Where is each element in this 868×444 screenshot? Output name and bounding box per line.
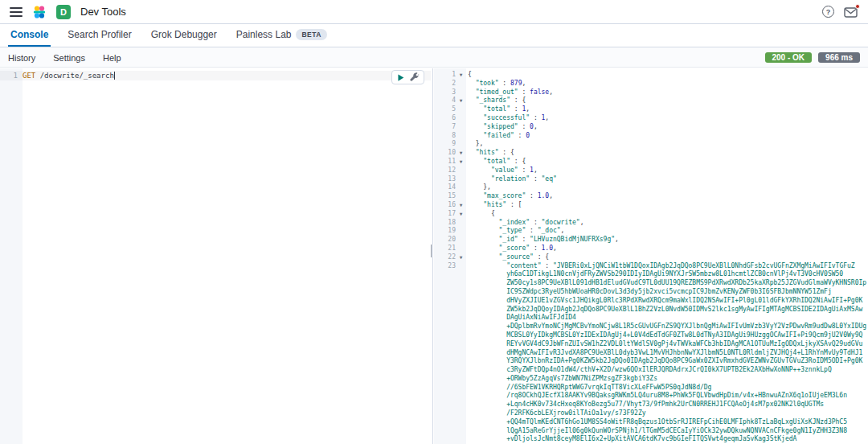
line-number: 13 [448,175,456,184]
line-number: 14 [448,183,456,192]
fold-toggle-icon[interactable]: ▼ [456,158,466,166]
response-line: 17▼ { [434,210,868,219]
response-editor[interactable]: 1▼{2 "took" : 879,3 "timed_out" : false,… [434,68,868,444]
fold-spacer [456,183,466,192]
line-number: 23 [448,262,456,444]
line-number: 19 [448,227,456,236]
request-method: GET [23,72,35,80]
line-number: 16 [448,201,456,210]
line-number: 22 [448,253,456,262]
fold-spacer [456,105,466,114]
fold-spacer [456,80,466,88]
response-line: 9 }, [434,140,868,149]
line-number: 1 [0,71,23,80]
response-line: 11▼ "total" : { [434,158,868,166]
response-line: 10▼ "hits" : { [434,149,868,158]
notification-dot [855,4,860,9]
fold-spacer [456,192,466,201]
line-number: 11 [448,158,456,166]
console-menu: HistorySettingsHelp 200 - OK 966 ms [0,47,868,68]
fold-spacer [456,236,466,245]
response-lines: 1▼{2 "took" : 879,3 "timed_out" : false,… [434,68,868,444]
response-line: 19 "_type" : "_doc", [434,227,868,236]
response-time-badge: 966 ms [818,52,860,63]
elastic-logo[interactable] [32,5,47,19]
help-icon[interactable]: ? [822,6,834,18]
response-line: 16▼ "hits" : [ [434,201,868,210]
request-gutter [0,68,23,444]
text-cursor [114,72,115,80]
wrench-icon[interactable] [410,72,420,82]
response-line: 12 "value" : 1, [434,166,868,175]
fold-spacer [456,166,466,175]
tab-console[interactable]: Console [8,24,51,47]
app: D Dev Tools ? ConsoleSearch ProfilerGrok… [0,0,868,68]
tab-painless-lab[interactable]: Painless LabBETA [234,24,330,47]
fold-toggle-icon[interactable]: ▼ [456,149,466,158]
console-menu-help[interactable]: Help [103,53,121,63]
content-blob: "content" : "JVBERi0xLjQNCiW1tbW1DQoxIDA… [468,262,866,444]
response-line: 4▼ "_shards" : { [434,97,868,105]
fold-toggle-icon[interactable]: ▼ [456,71,466,80]
fold-toggle-icon[interactable]: ▼ [456,201,466,210]
fold-toggle-icon[interactable]: ▼ [456,97,466,105]
fold-spacer [456,175,466,184]
response-line: 15 "max_score" : 1.0, [434,192,868,201]
console-menu-history[interactable]: History [8,53,35,63]
fold-spacer [456,88,466,97]
response-line: 1▼{ [434,71,868,80]
request-url: /docwrite/_search [35,72,114,80]
console-editor: 1 GET /docwrite/_search 1▼{2 "took" : 87… [0,68,868,444]
response-line: 3 "timed_out" : false, [434,88,868,97]
response-line: 5 "total" : 1, [434,105,868,114]
space-avatar[interactable]: D [56,5,71,19]
console-menu-settings[interactable]: Settings [53,53,85,63]
fold-spacer [456,140,466,149]
fold-spacer [456,219,466,228]
beta-badge: BETA [296,29,327,40]
response-line: 7 "skipped" : 0, [434,123,868,132]
tab-bar: ConsoleSearch ProfilerGrok DebuggerPainl… [0,24,868,47]
response-line: 2 "took" : 879, [434,80,868,88]
page-title: Dev Tools [80,6,126,18]
request-editor[interactable]: 1 GET /docwrite/_search [0,68,431,444]
request-actions [391,70,424,84]
console-menu-links: HistorySettingsHelp [8,50,139,64]
response-line-content: 23"content" : "JVBERi0xLjQNCiW1tbW1DQoxI… [434,262,868,444]
response-line: 20 "_id" : "LHVuznQBidMjNUFRXs9g", [434,236,868,245]
top-header: D Dev Tools ? [0,0,868,24]
line-number: 18 [448,219,456,228]
response-line: 6 "successful" : 1, [434,114,868,123]
line-number: 15 [448,192,456,201]
response-line: 8 "failed" : 0 [434,132,868,141]
line-number: 10 [448,149,456,158]
fold-spacer [456,123,466,132]
status-badge: 200 - OK [765,52,813,63]
fold-spacer [456,114,466,123]
request-line[interactable]: 1 GET /docwrite/_search [0,71,431,80]
response-line: 22▼ "_source" : { [434,253,868,262]
fold-toggle-icon[interactable]: ▼ [456,253,466,262]
send-request-button[interactable] [396,73,405,82]
response-line: 13 "relation" : "eq" [434,175,868,184]
response-line: 21 "_score" : 1.0, [434,245,868,253]
line-number: 21 [448,245,456,253]
fold-toggle-icon[interactable]: ▼ [456,210,466,219]
tab-search-profiler[interactable]: Search Profiler [65,24,133,47]
response-line: 14 }, [434,183,868,192]
hamburger-menu-icon[interactable] [10,7,23,17]
response-line: 18 "_index" : "docwrite", [434,219,868,228]
fold-spacer [456,227,466,236]
line-number: 12 [448,166,456,175]
line-number: 17 [448,210,456,219]
newsfeed-icon[interactable] [844,6,858,18]
tab-grok-debugger[interactable]: Grok Debugger [149,24,219,47]
fold-spacer [456,262,466,444]
fold-spacer [456,132,466,141]
fold-spacer [456,245,466,253]
line-number: 20 [448,236,456,245]
